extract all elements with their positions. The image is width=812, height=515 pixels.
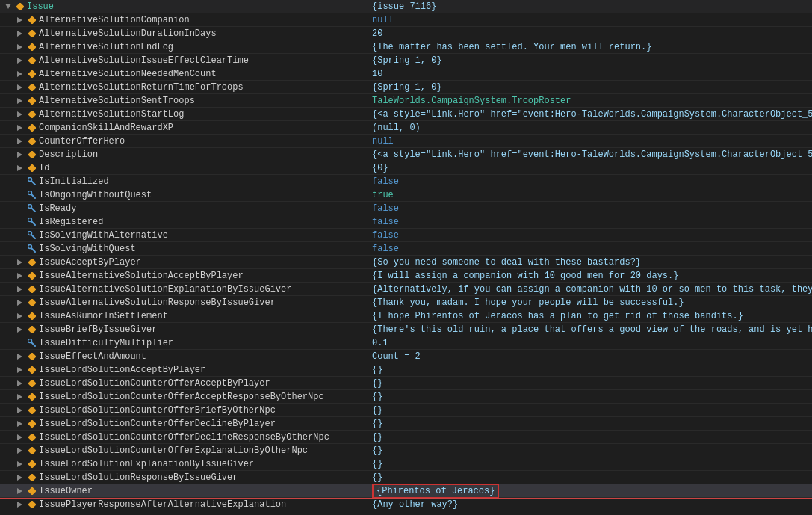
tree-row[interactable]: IssueAlternativeSolutionExplanationByIss…: [0, 283, 812, 296]
tree-row[interactable]: IssueLordSolutionCounterOfferBriefByOthe…: [0, 404, 812, 417]
expand-button[interactable]: [15, 475, 25, 481]
tree-row[interactable]: CompanionSkillAndRewardXP(null, 0): [0, 121, 812, 135]
col-name-21: IssueAlternativeSolutionExplanationByIss…: [0, 284, 366, 294]
tree-row[interactable]: IssueLordSolutionResponseByIssueGiver{}: [0, 471, 812, 484]
tree-row[interactable]: IsSolvingWithQuestfalse: [0, 242, 812, 256]
prop-icon-wrench: [27, 217, 37, 226]
prop-value: {Any other way?}: [366, 499, 812, 510]
expand-button[interactable]: [15, 313, 25, 319]
tree-row[interactable]: AlternativeSolutionDurationInDays20: [0, 27, 812, 40]
expand-button[interactable]: [15, 98, 25, 104]
tree-row[interactable]: IsOngoingWithoutQuesttrue: [0, 188, 812, 202]
tree-row[interactable]: AlternativeSolutionReturnTimeForTroops{S…: [0, 81, 812, 94]
tree-row[interactable]: IssuePlayerResponseAfterAlternativeExpla…: [0, 498, 812, 511]
expand-button[interactable]: [15, 286, 25, 292]
expand-button[interactable]: [15, 165, 25, 171]
svg-rect-25: [28, 164, 36, 172]
expand-button[interactable]: [15, 394, 25, 400]
svg-rect-73: [28, 487, 36, 495]
tree-row[interactable]: IssueLordSolutionCounterOfferExplanation…: [0, 444, 812, 457]
tree-row[interactable]: IsInitializedfalse: [0, 175, 812, 188]
prop-icon-diamond: [27, 284, 37, 294]
prop-name: AlternativeSolutionDurationInDays: [39, 28, 217, 39]
col-name-23: IssueAsRumorInSettlement: [0, 311, 366, 321]
expand-button[interactable]: [15, 461, 25, 467]
expand-button[interactable]: [15, 488, 25, 494]
tree-row[interactable]: IsSolvingWithAlternativefalse: [0, 229, 812, 242]
tree-row[interactable]: AlternativeSolutionEndLog{The matter has…: [0, 40, 812, 54]
tree-row[interactable]: Id{0}: [0, 161, 812, 175]
prop-icon-diamond: [27, 42, 37, 52]
expand-button[interactable]: [15, 327, 25, 333]
tree-row[interactable]: AlternativeSolutionSentTroopsTaleWorlds.…: [0, 94, 812, 108]
prop-icon-diamond: [27, 271, 37, 280]
expand-button[interactable]: [15, 367, 25, 373]
tree-row[interactable]: IssueLordSolutionExplanationByIssueGiver…: [0, 457, 812, 471]
expand-button[interactable]: [15, 125, 25, 131]
expand-button[interactable]: [15, 354, 25, 360]
prop-value: false: [366, 244, 812, 254]
expand-button[interactable]: [15, 380, 25, 386]
expand-button[interactable]: [3, 4, 13, 10]
tree-row[interactable]: AlternativeSolutionIssueEffectClearTime{…: [0, 54, 812, 67]
tree-row[interactable]: IssueAlternativeSolutionResponseByIssueG…: [0, 296, 812, 309]
tree-row[interactable]: IssueAlternativeSolutionAcceptByPlayer{I…: [0, 269, 812, 283]
prop-icon-diamond: [27, 419, 37, 428]
expand-button[interactable]: [15, 273, 25, 279]
tree-view[interactable]: Issue{issue_7116}AlternativeSolutionComp…: [0, 0, 812, 515]
tree-row[interactable]: IssueDifficultyMultiplier0.1: [0, 336, 812, 350]
tree-row[interactable]: IssueLordSolutionCounterOfferDeclineResp…: [0, 431, 812, 444]
svg-marker-56: [17, 380, 22, 386]
svg-marker-70: [17, 475, 22, 481]
tree-row[interactable]: IsRegisteredfalse: [0, 215, 812, 229]
expand-button[interactable]: [15, 407, 25, 413]
prop-icon-diamond: [27, 459, 37, 469]
expand-button[interactable]: [15, 71, 25, 77]
expand-button[interactable]: [15, 448, 25, 454]
expand-button[interactable]: [15, 300, 25, 306]
prop-name: AlternativeSolutionNeededMenCount: [39, 69, 217, 79]
tree-row[interactable]: IssueOwner{Phirentos of Jeracos}: [0, 484, 812, 498]
tree-row[interactable]: IssueAcceptByPlayer{So you need someone …: [0, 256, 812, 269]
tree-row[interactable]: AlternativeSolutionStartLog{<a style="Li…: [0, 108, 812, 121]
tree-row[interactable]: IssueBriefByIssueGiver{There's this old …: [0, 323, 812, 336]
expand-button[interactable]: [15, 44, 25, 50]
expand-button[interactable]: [15, 31, 25, 37]
tree-row[interactable]: IsReadyfalse: [0, 202, 812, 215]
tree-row[interactable]: Description{<a style="Link.Hero" href="e…: [0, 148, 812, 161]
prop-name: IssueAlternativeSolutionAcceptByPlayer: [39, 271, 244, 281]
tree-row[interactable]: IssueLordSolutionCounterOfferAcceptByPla…: [0, 377, 812, 390]
expand-button[interactable]: [15, 58, 25, 64]
expand-button[interactable]: [15, 259, 25, 265]
svg-marker-38: [17, 259, 22, 265]
prop-name: IsSolvingWithAlternative: [39, 230, 168, 241]
expand-button[interactable]: [15, 111, 25, 117]
prop-name: IssueLordSolutionCounterOfferExplanation…: [39, 445, 308, 456]
expand-button[interactable]: [15, 434, 25, 440]
tree-row[interactable]: CounterOfferHeronull: [0, 135, 812, 148]
tree-row[interactable]: Issue{issue_7116}: [0, 0, 812, 13]
expand-button[interactable]: [15, 138, 25, 144]
tree-row[interactable]: IssueLordSolutionAcceptByPlayer{}: [0, 363, 812, 377]
expand-button[interactable]: [15, 152, 25, 158]
prop-name: Description: [39, 149, 98, 160]
expand-button[interactable]: [15, 502, 25, 508]
tree-row[interactable]: IssueLordSolutionCounterOfferDeclineByPl…: [0, 417, 812, 431]
prop-value: {}: [366, 459, 812, 469]
tree-row[interactable]: AlternativeSolutionNeededMenCount10: [0, 67, 812, 81]
expand-button[interactable]: [15, 17, 25, 23]
prop-name: IssuePlayerResponseAfterAlternativeExpla…: [39, 499, 286, 510]
expand-button[interactable]: [15, 84, 25, 90]
expand-button[interactable]: [15, 421, 25, 427]
svg-rect-21: [28, 138, 36, 145]
prop-name: IssueOwner: [39, 486, 93, 496]
tree-row[interactable]: IssueEffectAndAmountCount = 2: [0, 350, 812, 363]
svg-line-27: [31, 181, 35, 185]
svg-rect-11: [28, 70, 36, 78]
prop-name: IssueLordSolutionResponseByIssueGiver: [39, 472, 238, 483]
col-name-5: AlternativeSolutionNeededMenCount: [0, 69, 366, 79]
tree-row[interactable]: AlternativeSolutionCompanionnull: [0, 13, 812, 27]
tree-row[interactable]: IssueLordSolutionCounterOfferAcceptRespo…: [0, 390, 812, 404]
prop-icon-diamond: [27, 445, 37, 455]
tree-row[interactable]: IssueAsRumorInSettlement{I hope Phirento…: [0, 309, 812, 323]
